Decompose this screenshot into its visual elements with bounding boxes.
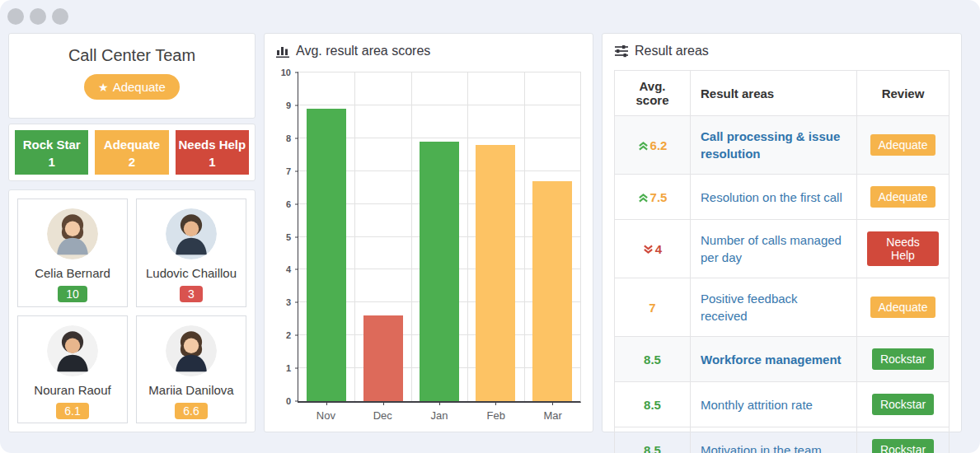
member-card-ludovic-chaillou[interactable]: Ludovic Chaillou3 bbox=[136, 198, 246, 307]
avg-score-value: 6.2 bbox=[650, 138, 668, 152]
header-avg-score: Avg. score bbox=[615, 71, 691, 116]
header-result-areas: Result areas bbox=[691, 71, 857, 116]
window-control-dot-2[interactable] bbox=[30, 8, 46, 25]
review-cell: Adequate bbox=[857, 175, 950, 220]
member-avatar-female-long-brown-hair bbox=[47, 208, 98, 259]
member-score-badge: 6.6 bbox=[175, 403, 207, 419]
team-summary-card: Call Center Team ★Adequate bbox=[8, 33, 256, 119]
bar-chart-icon bbox=[276, 44, 290, 58]
chart-title: Avg. result area scores bbox=[296, 44, 430, 58]
status-counter-adequate[interactable]: Adequate2 bbox=[95, 130, 168, 175]
x-axis-tick bbox=[439, 401, 440, 405]
member-name: Ludovic Chaillou bbox=[137, 266, 246, 280]
bar-dec bbox=[363, 315, 403, 401]
member-name: Nouran Raouf bbox=[18, 383, 127, 397]
x-axis-label-mar: Mar bbox=[524, 409, 581, 422]
review-badge: Adequate bbox=[870, 134, 936, 156]
result-area-row: 8.5Motivation in the teamRockstar bbox=[615, 427, 950, 453]
review-badge: Rockstar bbox=[872, 348, 934, 370]
star-icon: ★ bbox=[98, 81, 109, 94]
status-counter-needs-help[interactable]: Needs Help1 bbox=[176, 130, 249, 175]
result-area-link[interactable]: Number of calls managed per day bbox=[691, 220, 857, 278]
x-axis-label-nov: Nov bbox=[298, 409, 354, 422]
result-areas-panel: Result areas Avg. score Result areas Rev… bbox=[602, 33, 962, 432]
member-avatar-male-beard-suit bbox=[166, 208, 217, 259]
y-axis-tick-label: 10 bbox=[281, 68, 291, 77]
status-counters-card: Rock Star1Adequate2Needs Help1 bbox=[8, 124, 256, 181]
avatar bbox=[47, 325, 98, 376]
y-axis-tick-label: 9 bbox=[286, 100, 291, 110]
result-area-row: 4Number of calls managed per dayNeeds He… bbox=[615, 220, 950, 278]
review-cell: Needs Help bbox=[857, 220, 950, 278]
x-axis-tick bbox=[383, 401, 384, 405]
avg-score-cell: 4 bbox=[615, 220, 691, 278]
status-counter-rock-star[interactable]: Rock Star1 bbox=[15, 130, 88, 175]
result-areas-table: Avg. score Result areas Review 6.2Call p… bbox=[614, 70, 950, 453]
member-score-badge: 10 bbox=[58, 286, 87, 302]
y-axis-tick-label: 1 bbox=[286, 363, 291, 373]
review-badge: Needs Help bbox=[867, 231, 939, 266]
result-area-link[interactable]: Workforce management bbox=[691, 337, 857, 382]
avatar bbox=[47, 208, 98, 259]
table-header-row: Avg. score Result areas Review bbox=[615, 71, 950, 116]
team-column: Call Center Team ★Adequate Rock Star1Ade… bbox=[8, 33, 256, 432]
avg-score-cell: 8.5 bbox=[615, 337, 691, 382]
result-area-link[interactable]: Resolution on the first call bbox=[691, 175, 857, 220]
avg-score-cell: 6.2 bbox=[615, 116, 691, 175]
bar-feb bbox=[476, 145, 515, 401]
members-grid: Celia Bernard10Ludovic Chaillou3Nouran R… bbox=[17, 198, 246, 423]
avg-score-value: 7 bbox=[649, 301, 655, 315]
bar-jan bbox=[420, 142, 459, 401]
result-areas-table-head: Avg. score Result areas Review bbox=[615, 71, 950, 116]
avg-score-cell: 7 bbox=[615, 278, 691, 337]
bar-chart: 012345678910 NovDecJanFebMar bbox=[276, 72, 581, 422]
status-counter-label: Rock Star bbox=[15, 136, 88, 153]
member-name: Celia Bernard bbox=[18, 266, 127, 280]
result-areas-panel-title: Result areas bbox=[614, 44, 950, 58]
bar-column-dec bbox=[354, 72, 410, 401]
result-area-link[interactable]: Positive feedback received bbox=[691, 278, 857, 337]
avg-scores-chart-panel: Avg. result area scores 012345678910 Nov… bbox=[264, 33, 593, 432]
member-score-badge: 3 bbox=[180, 286, 203, 302]
result-area-row: 8.5Monthly attrition rateRockstar bbox=[615, 382, 950, 427]
avg-score-value: 8.5 bbox=[644, 443, 661, 453]
dashboard-content: Call Center Team ★Adequate Rock Star1Ade… bbox=[0, 33, 980, 432]
status-counter-label: Adequate bbox=[95, 136, 168, 153]
member-card-mariia-danilova[interactable]: Mariia Danilova6.6 bbox=[136, 315, 246, 424]
member-card-nouran-raouf[interactable]: Nouran Raouf6.1 bbox=[17, 315, 128, 424]
review-cell: Adequate bbox=[857, 278, 950, 337]
y-axis-tick-label: 0 bbox=[286, 396, 291, 406]
x-axis-label-jan: Jan bbox=[411, 409, 468, 422]
team-members-card: Celia Bernard10Ludovic Chaillou3Nouran R… bbox=[8, 189, 256, 432]
result-area-link[interactable]: Call processing & issue resolution bbox=[691, 116, 857, 175]
review-cell: Rockstar bbox=[857, 337, 950, 382]
status-counters: Rock Star1Adequate2Needs Help1 bbox=[15, 130, 249, 175]
y-axis-tick-label: 6 bbox=[286, 199, 291, 209]
result-area-link[interactable]: Motivation in the team bbox=[691, 427, 857, 453]
trend-up-icon bbox=[638, 140, 649, 152]
avg-score-cell: 8.5 bbox=[615, 427, 691, 453]
result-area-row: 7Positive feedback receivedAdequate bbox=[615, 278, 950, 337]
chart-plot: 012345678910 bbox=[298, 72, 581, 403]
window-control-dot-3[interactable] bbox=[52, 8, 68, 25]
x-axis-tick bbox=[326, 401, 327, 405]
bar-column-mar bbox=[524, 72, 580, 401]
result-area-link[interactable]: Monthly attrition rate bbox=[691, 382, 857, 427]
member-card-celia-bernard[interactable]: Celia Bernard10 bbox=[17, 198, 128, 307]
sliders-icon bbox=[614, 44, 629, 58]
team-review-badge: ★Adequate bbox=[84, 74, 180, 100]
chart-panel-title: Avg. result area scores bbox=[276, 44, 581, 58]
result-areas-title: Result areas bbox=[635, 44, 709, 58]
status-counter-label: Needs Help bbox=[176, 136, 249, 153]
review-badge: Adequate bbox=[870, 186, 936, 208]
review-cell: Adequate bbox=[857, 116, 950, 175]
result-areas-column: Result areas Avg. score Result areas Rev… bbox=[602, 33, 962, 432]
avg-score-value: 4 bbox=[655, 242, 662, 256]
avg-score-value: 7.5 bbox=[650, 190, 668, 204]
dashboard-window: Call Center Team ★Adequate Rock Star1Ade… bbox=[0, 0, 980, 453]
team-review-label: Adequate bbox=[113, 80, 166, 94]
result-areas-table-body: 6.2Call processing & issue resolutionAde… bbox=[615, 116, 950, 453]
window-control-dot-1[interactable] bbox=[7, 8, 24, 25]
team-title: Call Center Team bbox=[9, 46, 255, 65]
status-counter-value: 1 bbox=[15, 153, 88, 170]
